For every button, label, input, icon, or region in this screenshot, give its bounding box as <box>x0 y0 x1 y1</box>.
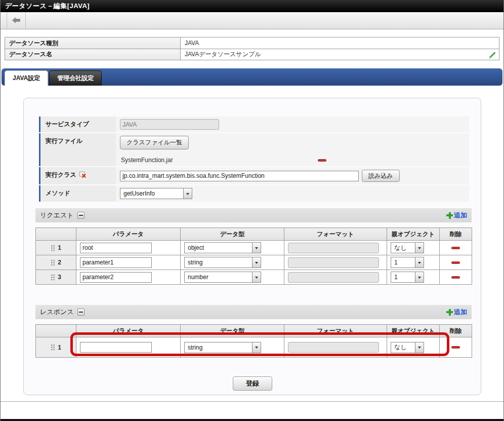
form-row-method: メソッド getUserInfo <box>39 185 469 202</box>
pencil-icon <box>487 50 495 59</box>
exec-class-label: 実行クラス <box>46 171 76 179</box>
response-collapse-toggle[interactable] <box>77 309 85 316</box>
drag-handle-icon[interactable] <box>51 274 55 281</box>
table-row: データソース種別 JAVA <box>5 37 499 49</box>
response-add-button[interactable]: 追加 <box>446 308 467 317</box>
drag-handle-icon[interactable] <box>51 259 55 266</box>
chevron-down-icon <box>415 272 424 282</box>
tab-bar: JAVA設定 管理会社設定 <box>2 68 502 86</box>
submit-row: 登録 <box>35 376 470 391</box>
tab-java-settings[interactable]: JAVA設定 <box>5 70 48 86</box>
type-select[interactable]: string <box>184 342 261 353</box>
table-header-row: パラメータ データ型 フォーマット 親オブジェクト 削除 <box>36 325 472 337</box>
request-section-bar: リクエスト 追加 <box>35 208 472 222</box>
chevron-down-icon <box>252 257 261 267</box>
chevron-down-icon <box>415 342 424 353</box>
parent-select[interactable]: なし <box>391 342 424 353</box>
parent-select[interactable]: 1 <box>391 272 424 283</box>
request-collapse-toggle[interactable] <box>77 212 85 219</box>
col-parameter: パラメータ <box>76 325 181 337</box>
exec-file-label: 実行ファイル <box>39 133 116 166</box>
col-parent: 親オブジェクト <box>387 325 440 337</box>
plus-icon <box>446 212 453 219</box>
chevron-down-icon <box>183 188 192 199</box>
datasource-type-value: JAVA <box>181 37 499 49</box>
col-format: フォーマット <box>284 228 387 241</box>
delete-row-button[interactable] <box>451 261 460 264</box>
delete-row-button[interactable] <box>451 247 460 249</box>
response-table: パラメータ データ型 フォーマット 親オブジェクト 削除 1 string なし <box>35 324 472 358</box>
response-section-title: レスポンス <box>40 308 74 317</box>
attached-file-name: SystemFunction.jar <box>121 157 173 164</box>
table-row: 2 string 1 <box>36 255 472 270</box>
table-row: データソース名 JAVAデータソースサンプル <box>5 49 499 60</box>
datasource-type-label: データソース種別 <box>5 37 181 49</box>
form-row-service-type: サービスタイプ <box>39 117 469 132</box>
request-table: パラメータ データ型 フォーマット 親オブジェクト 削除 1 object なし… <box>35 227 472 285</box>
chevron-down-icon <box>415 257 424 267</box>
type-select[interactable]: number <box>184 272 261 283</box>
settings-form: サービスタイプ 実行ファイル クラスファイル一覧 SystemFunction.… <box>39 117 469 202</box>
chevron-down-icon <box>252 272 261 282</box>
parent-select[interactable]: 1 <box>391 257 424 268</box>
col-delete: 削除 <box>440 325 472 337</box>
drag-handle-icon[interactable] <box>51 245 55 251</box>
page-title: データソース－編集[JAVA] <box>5 2 90 11</box>
table-header-row: パラメータ データ型 フォーマット 親オブジェクト 削除 <box>36 228 472 241</box>
service-type-label: サービスタイプ <box>39 117 116 132</box>
col-datatype: データ型 <box>181 325 284 337</box>
datasource-name-label: データソース名 <box>5 49 181 60</box>
method-select[interactable]: getUserInfo <box>120 188 192 199</box>
type-select[interactable]: object <box>184 242 261 253</box>
datasource-info-table: データソース種別 JAVA データソース名 JAVAデータソースサンプル <box>5 37 499 60</box>
remove-file-button[interactable] <box>318 159 326 162</box>
table-row: 1 string なし <box>36 337 472 358</box>
response-table-wrap: パラメータ データ型 フォーマット 親オブジェクト 削除 1 string なし <box>35 324 470 358</box>
method-label: メソッド <box>39 185 116 202</box>
back-button[interactable] <box>7 12 26 29</box>
table-row: 1 object なし <box>36 241 472 255</box>
col-format: フォーマット <box>284 325 387 337</box>
parent-select[interactable]: なし <box>391 242 424 253</box>
format-input-disabled <box>288 257 379 268</box>
load-button[interactable]: 読み込み <box>362 170 400 182</box>
tabs: JAVA設定 管理会社設定 <box>5 70 102 86</box>
drag-handle-icon[interactable] <box>51 344 55 351</box>
exec-class-input[interactable] <box>120 171 359 181</box>
service-type-input <box>120 119 219 130</box>
parameter-input[interactable] <box>80 257 152 268</box>
response-section-bar: レスポンス 追加 <box>35 305 472 319</box>
delete-row-button[interactable] <box>451 346 460 349</box>
title-bar: データソース－編集[JAVA] <box>1 0 503 12</box>
tab-company-settings[interactable]: 管理会社設定 <box>49 70 102 86</box>
register-button[interactable]: 登録 <box>233 376 272 391</box>
table-row: 3 number 1 <box>36 270 472 285</box>
datasource-name-value: JAVAデータソースサンプル <box>181 49 499 60</box>
request-section-title: リクエスト <box>40 211 74 220</box>
clear-class-icon[interactable] <box>79 171 87 180</box>
attached-file-row: SystemFunction.jar <box>121 157 465 164</box>
parameter-input[interactable] <box>80 272 152 283</box>
col-delete: 削除 <box>440 228 472 241</box>
parameter-input[interactable] <box>80 342 152 353</box>
delete-row-button[interactable] <box>451 276 460 279</box>
java-settings-panel: サービスタイプ 実行ファイル クラスファイル一覧 SystemFunction.… <box>23 98 481 395</box>
back-arrow-icon <box>12 16 20 25</box>
col-datatype: データ型 <box>181 228 284 241</box>
toolbar <box>1 12 503 29</box>
window-bottom-border <box>1 419 503 421</box>
request-add-button[interactable]: 追加 <box>446 211 467 220</box>
format-input-disabled <box>288 342 379 353</box>
format-input-disabled <box>288 272 379 283</box>
chevron-down-icon <box>252 243 261 253</box>
class-file-list-button[interactable]: クラスファイル一覧 <box>120 136 189 149</box>
type-select[interactable]: string <box>184 257 261 268</box>
chevron-down-icon <box>252 342 261 353</box>
plus-icon <box>446 309 453 316</box>
edit-name-button[interactable] <box>487 50 495 59</box>
parameter-input[interactable] <box>80 243 152 253</box>
tab-content: サービスタイプ 実行ファイル クラスファイル一覧 SystemFunction.… <box>1 86 503 402</box>
app-window: データソース－編集[JAVA] データソース種別 JAVA データソース名 JA… <box>0 0 504 421</box>
form-row-exec-file: 実行ファイル クラスファイル一覧 SystemFunction.jar <box>39 133 469 166</box>
form-row-exec-class: 実行クラス 読み込み <box>39 167 469 184</box>
